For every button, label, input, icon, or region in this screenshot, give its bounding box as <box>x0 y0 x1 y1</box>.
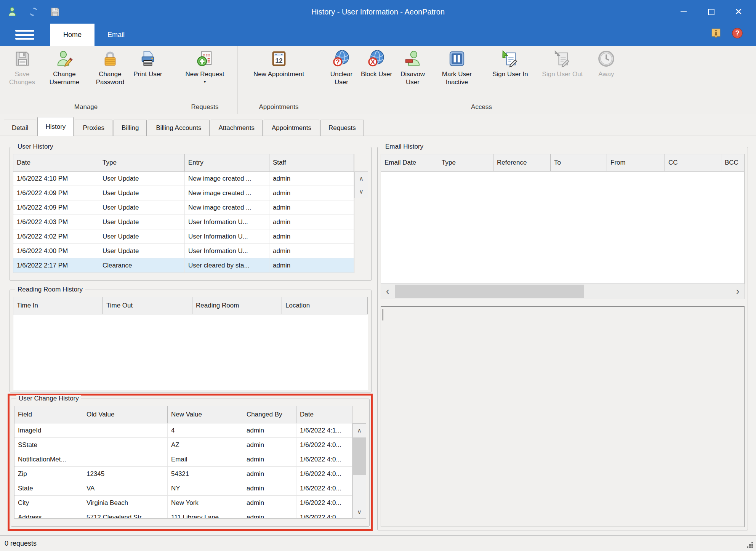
unclear-user-button[interactable]: ? Unclear User <box>323 49 360 86</box>
ribbon-tab-email[interactable]: Email <box>94 24 138 46</box>
vertical-scrollbar[interactable]: ∧ ∨ <box>352 423 366 519</box>
scroll-thumb[interactable] <box>395 285 584 298</box>
table-row[interactable]: Address5712 Cleveland Str...111 Library … <box>14 510 352 518</box>
sign-user-in-button[interactable]: Sign User In <box>487 49 534 78</box>
table-header-row: FieldOld ValueNew ValueChanged ByDate <box>14 406 352 423</box>
app-window: History - User Information - AeonPatron … <box>0 0 756 551</box>
change-username-button[interactable]: Change Username <box>41 49 88 86</box>
table-cell: User Information U... <box>185 215 269 229</box>
request-count: 0 requests <box>5 540 37 548</box>
table-row[interactable]: StateVANYadmin1/6/2022 4:0... <box>14 481 352 496</box>
print-user-button[interactable]: Print User <box>133 49 163 78</box>
mark-user-inactive-button[interactable]: Mark User Inactive <box>432 49 482 86</box>
table-row[interactable]: ImageId4admin1/6/2022 4:1... <box>14 423 352 438</box>
group-label-manage: Manage <box>0 103 172 114</box>
disavow-user-button[interactable]: Disavow User <box>393 49 432 86</box>
sign-user-out-button[interactable]: Sign User Out <box>534 49 591 78</box>
new-appointment-button[interactable]: 12 New Appointment <box>243 49 315 78</box>
table-cell: Address <box>14 510 83 518</box>
ribbon-filler <box>643 46 756 114</box>
column-header[interactable]: Field <box>14 406 83 423</box>
reading-room-table-wrap: Time InTime OutReading RoomLocation <box>13 297 368 390</box>
scroll-thumb[interactable] <box>353 437 366 475</box>
menu-icon[interactable] <box>15 30 34 40</box>
tab-billing-accounts[interactable]: Billing Accounts <box>148 120 209 136</box>
column-header[interactable]: Location <box>282 297 368 314</box>
column-header[interactable]: To <box>551 154 607 171</box>
column-header[interactable]: Reference <box>493 154 551 171</box>
table-row[interactable]: 1/6/2022 4:03 PMUser UpdateUser Informat… <box>13 215 354 229</box>
globe-question-icon: ? <box>332 50 351 68</box>
minimize-button[interactable] <box>670 0 697 24</box>
column-header[interactable]: Reading Room <box>192 297 282 314</box>
resize-grip-icon[interactable] <box>751 546 753 548</box>
table-cell: 1/6/2022 4:09 PM <box>13 186 99 200</box>
table-row[interactable]: NotificationMet...Emailadmin1/6/2022 4:0… <box>14 452 352 467</box>
switch-user-icon[interactable] <box>28 6 39 17</box>
scroll-track[interactable] <box>394 284 731 299</box>
column-header[interactable]: Time Out <box>103 297 192 314</box>
scroll-right-icon[interactable]: › <box>731 284 744 299</box>
table-row[interactable]: Zip1234554321admin1/6/2022 4:0... <box>14 467 352 481</box>
close-button[interactable]: ✕ <box>725 0 752 24</box>
column-header[interactable]: Old Value <box>83 406 168 423</box>
table-row[interactable]: 1/6/2022 4:00 PMUser UpdateUser Informat… <box>13 244 354 258</box>
vertical-scrollbar[interactable]: ∧ ∨ <box>354 171 368 198</box>
tab-billing[interactable]: Billing <box>114 120 147 136</box>
column-header[interactable]: Entry <box>185 154 269 171</box>
tab-attachments[interactable]: Attachments <box>211 120 263 136</box>
column-header[interactable]: From <box>607 154 665 171</box>
tab-appointments[interactable]: Appointments <box>264 120 319 136</box>
table-cell: admin <box>269 200 354 215</box>
scroll-up-icon[interactable]: ∧ <box>355 172 368 185</box>
change-password-button[interactable]: Change Password <box>88 49 133 86</box>
column-header[interactable]: Changed By <box>243 406 296 423</box>
column-header[interactable]: Type <box>438 154 493 171</box>
ribbon-tab-home[interactable]: Home <box>50 24 94 46</box>
button-label: Print User <box>133 70 162 78</box>
tab-history[interactable]: History <box>37 117 74 136</box>
scroll-left-icon[interactable]: ‹ <box>381 284 394 299</box>
column-header[interactable]: New Value <box>168 406 243 423</box>
help-icon[interactable]: ? <box>732 27 743 40</box>
column-header[interactable]: CC <box>665 154 721 171</box>
table-cell: 54321 <box>168 467 243 481</box>
save-icon[interactable] <box>50 6 60 17</box>
user-icon[interactable] <box>7 6 18 17</box>
table-cell: User Update <box>99 215 185 229</box>
table-row[interactable]: SStateAZadmin1/6/2022 4:0... <box>14 438 352 452</box>
user-history-table-wrap: DateTypeEntryStaff1/6/2022 4:10 PMUser U… <box>13 154 368 273</box>
away-button[interactable]: Away <box>591 49 621 78</box>
table-row[interactable]: 1/6/2022 4:10 PMUser UpdateNew image cre… <box>13 171 354 186</box>
table-row[interactable]: 1/6/2022 4:09 PMUser UpdateNew image cre… <box>13 186 354 200</box>
column-header[interactable]: Date <box>296 406 352 423</box>
table-row[interactable]: 1/6/2022 4:09 PMUser UpdateNew image cre… <box>13 200 354 215</box>
table-row[interactable]: 1/6/2022 2:17 PMClearanceUser cleared by… <box>13 258 354 273</box>
column-header[interactable]: Type <box>99 154 185 171</box>
scroll-down-icon[interactable]: ∨ <box>353 505 366 518</box>
scroll-track[interactable] <box>353 437 366 505</box>
maximize-button[interactable] <box>697 0 725 24</box>
column-header[interactable]: Staff <box>269 154 354 171</box>
horizontal-scrollbar[interactable]: ‹ › <box>381 284 745 299</box>
button-label: Unclear User <box>323 70 360 86</box>
table-cell: admin <box>243 467 296 481</box>
email-preview[interactable] <box>381 306 745 527</box>
column-header[interactable]: BCC <box>721 154 744 171</box>
column-header[interactable]: Email Date <box>381 154 438 171</box>
tab-requests[interactable]: Requests <box>320 120 364 136</box>
column-header[interactable]: Time In <box>13 297 103 314</box>
corner-icons: ? <box>710 27 743 40</box>
table-cell: 1/6/2022 4:0... <box>296 452 352 466</box>
column-header[interactable]: Date <box>13 154 99 171</box>
table-row[interactable]: 1/6/2022 4:02 PMUser UpdateUser Informat… <box>13 229 354 244</box>
table-row[interactable]: CityVirginia BeachNew Yorkadmin1/6/2022 … <box>14 496 352 510</box>
scroll-up-icon[interactable]: ∧ <box>353 424 366 437</box>
block-user-button[interactable]: X Block User <box>360 49 393 78</box>
new-request-button[interactable]: New Request ▾ <box>176 49 234 84</box>
user-info-icon[interactable] <box>710 27 722 40</box>
tab-detail[interactable]: Detail <box>4 120 36 136</box>
save-changes-button[interactable]: Save Changes <box>3 49 41 86</box>
tab-proxies[interactable]: Proxies <box>75 120 112 136</box>
scroll-down-icon[interactable]: ∨ <box>355 185 368 198</box>
